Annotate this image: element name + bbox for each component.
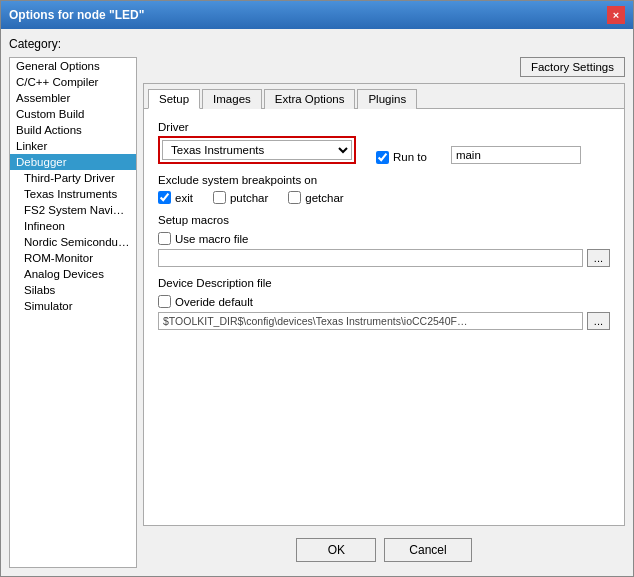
override-checkbox-item: Overide default: [158, 295, 610, 308]
main-content: General Options C/C++ Compiler Assembler…: [9, 57, 625, 568]
run-to-input[interactable]: [451, 146, 581, 164]
macro-file-label: Use macro file: [175, 233, 249, 245]
macro-file-input-row: ...: [158, 249, 610, 267]
right-panel: Factory Settings Setup Images Extra Opti…: [143, 57, 625, 568]
sidebar-item-general-options[interactable]: General Options: [10, 58, 136, 74]
sidebar-item-debugger[interactable]: Debugger: [10, 154, 136, 170]
sidebar-item-texas-instruments[interactable]: Texas Instruments: [10, 186, 136, 202]
run-to-label: Run to: [393, 151, 427, 163]
tab-extra-options[interactable]: Extra Options: [264, 89, 356, 109]
macro-file-checkbox-item: Use macro file: [158, 232, 610, 245]
exit-checkbox-item: exit: [158, 191, 193, 204]
driver-runto-row: Driver Texas Instruments Simulator ROM-M…: [158, 121, 610, 164]
getchar-checkbox-item: getchar: [288, 191, 343, 204]
window-body: Category: General Options C/C++ Compiler…: [1, 29, 633, 576]
tab-setup[interactable]: Setup: [148, 89, 200, 109]
exclude-breakpoints-group: Exclude system breakpoints on exit putch…: [158, 174, 610, 204]
putchar-checkbox[interactable]: [213, 191, 226, 204]
tabs-bar: Setup Images Extra Options Plugins: [144, 84, 624, 109]
getchar-checkbox[interactable]: [288, 191, 301, 204]
factory-settings-button[interactable]: Factory Settings: [520, 57, 625, 77]
sidebar: General Options C/C++ Compiler Assembler…: [9, 57, 137, 568]
run-to-field-group: x: [451, 131, 581, 164]
title-bar: Options for node "LED" ×: [1, 1, 633, 29]
cancel-button[interactable]: Cancel: [384, 538, 471, 562]
driver-group: Driver Texas Instruments Simulator ROM-M…: [158, 121, 356, 164]
sidebar-item-rom-monitor[interactable]: ROM-Monitor: [10, 250, 136, 266]
driver-select-wrapper: Texas Instruments Simulator ROM-Monitor: [158, 136, 356, 164]
sidebar-item-third-party[interactable]: Third-Party Driver: [10, 170, 136, 186]
sidebar-item-analog-devices[interactable]: Analog Devices: [10, 266, 136, 282]
device-desc-label: Device Description file: [158, 277, 610, 289]
window-title: Options for node "LED": [9, 8, 144, 22]
sidebar-item-infineon[interactable]: Infineon: [10, 218, 136, 234]
driver-label: Driver: [158, 121, 356, 133]
sidebar-item-simulator[interactable]: Simulator: [10, 298, 136, 314]
device-desc-group: Device Description file Overide default …: [158, 277, 610, 330]
sidebar-item-custom-build[interactable]: Custom Build: [10, 106, 136, 122]
category-label: Category:: [9, 37, 625, 51]
exit-label: exit: [175, 192, 193, 204]
main-window: Options for node "LED" × Category: Gener…: [0, 0, 634, 577]
setup-macros-group: Setup macros Use macro file ...: [158, 214, 610, 267]
macro-browse-button[interactable]: ...: [587, 249, 610, 267]
factory-settings-row: Factory Settings: [143, 57, 625, 77]
putchar-label: putchar: [230, 192, 268, 204]
sidebar-item-cpp-compiler[interactable]: C/C++ Compiler: [10, 74, 136, 90]
sidebar-item-silabs[interactable]: Silabs: [10, 282, 136, 298]
macro-file-input[interactable]: [158, 249, 583, 267]
run-to-checkbox[interactable]: [376, 151, 389, 164]
sidebar-item-assembler[interactable]: Assembler: [10, 90, 136, 106]
breakpoints-checkboxes: exit putchar getchar: [158, 191, 610, 204]
device-browse-button[interactable]: ...: [587, 312, 610, 330]
override-checkbox[interactable]: [158, 295, 171, 308]
tab-content-setup: Driver Texas Instruments Simulator ROM-M…: [144, 109, 624, 525]
close-button[interactable]: ×: [607, 6, 625, 24]
exclude-label: Exclude system breakpoints on: [158, 174, 610, 186]
putchar-checkbox-item: putchar: [213, 191, 268, 204]
sidebar-item-nordic[interactable]: Nordic Semiconduc…: [10, 234, 136, 250]
options-panel: Setup Images Extra Options Plugins Drive…: [143, 83, 625, 526]
ok-button[interactable]: OK: [296, 538, 376, 562]
sidebar-item-fs2[interactable]: FS2 System Navig…: [10, 202, 136, 218]
device-path-input[interactable]: [158, 312, 583, 330]
override-label: Overide default: [175, 296, 253, 308]
getchar-label: getchar: [305, 192, 343, 204]
driver-select[interactable]: Texas Instruments Simulator ROM-Monitor: [162, 140, 352, 160]
run-to-group: Run to: [376, 150, 431, 164]
sidebar-item-linker[interactable]: Linker: [10, 138, 136, 154]
tab-plugins[interactable]: Plugins: [357, 89, 417, 109]
sidebar-item-build-actions[interactable]: Build Actions: [10, 122, 136, 138]
macros-label: Setup macros: [158, 214, 610, 226]
device-path-row: ...: [158, 312, 610, 330]
tab-images[interactable]: Images: [202, 89, 262, 109]
exit-checkbox[interactable]: [158, 191, 171, 204]
bottom-buttons: OK Cancel: [143, 532, 625, 568]
macro-file-checkbox[interactable]: [158, 232, 171, 245]
